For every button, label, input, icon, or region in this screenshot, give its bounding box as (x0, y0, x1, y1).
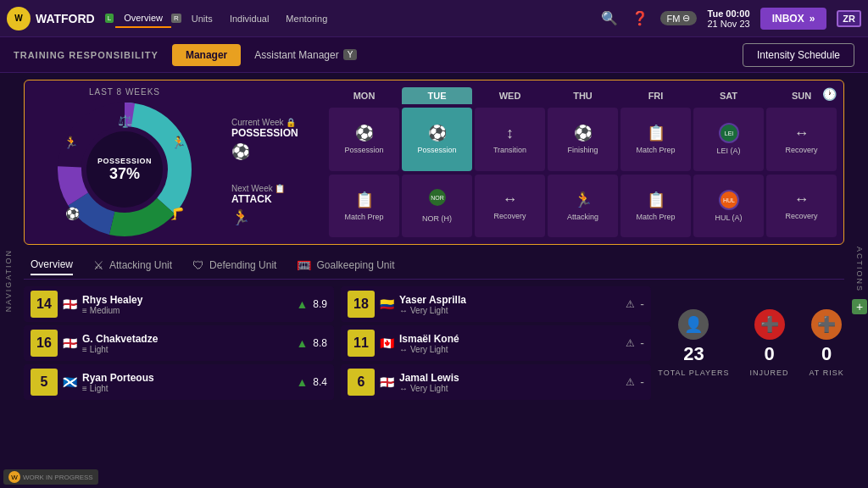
actions-label: ACTIONS (855, 247, 864, 292)
clock-icon: 🕐 (822, 87, 837, 101)
top-bar: W WATFORD L Overview R Units Individual … (0, 0, 868, 37)
total-players-label: TOTAL PLAYERS (658, 369, 729, 377)
tab-overview[interactable]: Overview (31, 255, 73, 275)
search-icon[interactable]: 🔍 (599, 8, 620, 29)
alert-icon: ⚠ (626, 337, 635, 349)
session-nw-fri[interactable]: 📋 Match Prep (620, 175, 691, 238)
session-icon: ↔️ (794, 191, 810, 208)
player-intensity-lewis: ↔ Very Light (399, 384, 620, 393)
injured-stat: ➕ 0 INJURED (750, 309, 789, 377)
session-cw-thu[interactable]: ⚽ Finishing (548, 108, 618, 171)
at-risk-icon: ➕ (811, 309, 842, 340)
session-icon: 📋 (355, 191, 374, 209)
top-bar-right: 🔍 ❓ FM ⊖ Tue 00:00 21 Nov 23 INBOX » ZR (599, 8, 861, 30)
schedule-card: LAST 8 WEEKS ⚖️ 🏃 🦵 ⚽ 🏃 (24, 80, 844, 245)
match-logo: LEI (719, 123, 739, 143)
session-nw-sat[interactable]: HUL HUL (A) (693, 175, 764, 238)
day-wed: WED (475, 87, 545, 104)
session-cw-fri[interactable]: 📋 Match Prep (620, 108, 691, 171)
session-icon: ⚽ (574, 124, 593, 142)
svg-text:LEI: LEI (724, 131, 733, 137)
assistant-manager-button[interactable]: Assistant Manager Y (254, 49, 357, 61)
add-action-button[interactable]: + (852, 299, 867, 314)
player-flag-asprilla: 🇨🇴 (380, 297, 394, 311)
player-flag-chak: 🏴󠁧󠁢󠁥󠁮󠁧󠁿 (63, 336, 77, 350)
day-tue: TUE (402, 87, 472, 104)
next-week-style: ATTACK (231, 193, 320, 205)
main-content: LAST 8 WEEKS ⚖️ 🏃 🦵 ⚽ 🏃 (17, 73, 851, 488)
session-label: Possession (417, 146, 456, 154)
nav-tab-individual[interactable]: Individual (221, 10, 277, 27)
help-icon[interactable]: ❓ (630, 8, 650, 29)
session-cw-wed[interactable]: ↕️ Transition (475, 108, 545, 171)
day-fri: FRI (620, 87, 691, 104)
fm-minus-icon[interactable]: ⊖ (682, 13, 690, 24)
session-label: Attacking (567, 213, 598, 221)
player-row-lewis: 6 🏴󠁧󠁢󠁥󠁮󠁧󠁿 Jamal Lewis ↔ Very Light ⚠ - (341, 364, 651, 400)
player-rating-porteous: 8.4 (313, 376, 327, 388)
at-risk-stat: ➕ 0 AT RISK (810, 309, 844, 377)
next-week-icon: 🏃 (231, 208, 320, 227)
player-info-healey: Rhys Healey ≡ Medium (82, 294, 291, 315)
session-label: HUL (A) (715, 214, 742, 222)
intensity-icon: ↔ (399, 384, 408, 393)
tab-goalkeeping[interactable]: 🥅 Goalkeeping Unit (297, 255, 394, 275)
attacking-icon: ⚔ (93, 258, 104, 272)
session-cw-sat[interactable]: LEI LEI (A) (693, 108, 764, 171)
intensity-schedule-button[interactable]: Intensity Schedule (743, 43, 854, 67)
tab-attacking[interactable]: ⚔ Attacking Unit (93, 255, 172, 275)
nav-tab-mentoring[interactable]: Mentoring (277, 10, 336, 27)
wip-label: WORK IN PROGRESS (23, 474, 93, 481)
session-label: Match Prep (636, 213, 675, 221)
next-week-text: Next Week 📋 (231, 184, 320, 193)
player-number-11: 11 (348, 330, 375, 357)
defending-icon: 🛡 (192, 258, 204, 272)
session-icon: ↔️ (503, 191, 518, 208)
session-cw-mon[interactable]: ⚽ Possession (329, 108, 399, 171)
day-headers: MON TUE WED THU FRI SAT SUN (225, 87, 837, 104)
session-nw-mon[interactable]: 📋 Match Prep (329, 175, 399, 238)
player-number-18: 18 (348, 291, 375, 318)
session-label: Match Prep (344, 213, 383, 221)
current-week-row: Current Week 🔒 POSSESSION ⚽ ⚽ Possession… (225, 108, 837, 171)
player-stats-healey: ▲ 8.9 (296, 297, 327, 311)
next-week-label: Next Week 📋 ATTACK 🏃 (225, 175, 326, 238)
wip-icon: W (8, 471, 20, 483)
session-nw-wed[interactable]: ↔️ Recovery (475, 175, 545, 238)
session-label: Recovery (493, 212, 526, 220)
player-flag-porteous: 🏴󠁧󠁢󠁳󠁣󠁴󠁿 (63, 375, 77, 389)
intensity-icon: ≡ (82, 345, 87, 354)
goalkeeping-icon: 🥅 (297, 258, 311, 272)
session-icon: 📋 (647, 191, 665, 209)
tab-defending[interactable]: 🛡 Defending Unit (192, 255, 276, 275)
player-info-kone: Ismaël Koné ↔ Very Light (399, 333, 620, 354)
session-nw-thu[interactable]: 🏃 Attacking (548, 175, 618, 238)
match-logo: HUL (719, 190, 739, 210)
stats-section: 👤 23 TOTAL PLAYERS ➕ 0 INJURED ➕ 0 AT RI… (658, 286, 844, 400)
session-nw-tue[interactable]: NOR NOR (H) (402, 175, 472, 238)
session-icon: ↕️ (506, 125, 514, 142)
tab-goalkeeping-label: Goalkeeping Unit (316, 259, 394, 271)
at-risk-number: 0 (821, 343, 832, 365)
session-icon: 🏃 (574, 191, 593, 209)
stats-row: 👤 23 TOTAL PLAYERS ➕ 0 INJURED ➕ 0 AT RI… (658, 309, 843, 377)
player-initials[interactable]: ZR (837, 10, 861, 27)
player-flag-lewis: 🏴󠁧󠁢󠁥󠁮󠁧󠁿 (380, 375, 394, 389)
day-sat: SAT (693, 87, 764, 104)
nav-tab-units[interactable]: Units (183, 10, 221, 27)
session-nw-sun[interactable]: ↔️ Recovery (766, 175, 837, 238)
nav-tab-overview[interactable]: Overview (115, 9, 171, 28)
intensity-icon: ≡ (82, 384, 87, 393)
player-info-chak: G. Chakvetadze ≡ Light (82, 333, 291, 354)
session-cw-sun[interactable]: ↔️ Recovery (766, 108, 837, 171)
manager-tab-button[interactable]: Manager (172, 44, 241, 66)
session-label: Possession (344, 146, 383, 154)
inbox-button[interactable]: INBOX » (760, 8, 827, 30)
assistant-key-badge: Y (343, 49, 358, 60)
player-row-chakvetadze: 16 🏴󠁧󠁢󠁥󠁮󠁧󠁿 G. Chakvetadze ≡ Light ▲ 8.8 (24, 325, 334, 361)
player-row-healey: 14 🏴󠁧󠁢󠁥󠁮󠁧󠁿 Rhys Healey ≡ Medium ▲ 8.9 (24, 286, 334, 322)
session-icon: NOR (428, 188, 447, 211)
injured-icon: ➕ (754, 309, 785, 340)
session-cw-tue[interactable]: ⚽ Possession (402, 108, 472, 171)
schedule-grid: MON TUE WED THU FRI SAT SUN Current Week… (225, 87, 837, 237)
